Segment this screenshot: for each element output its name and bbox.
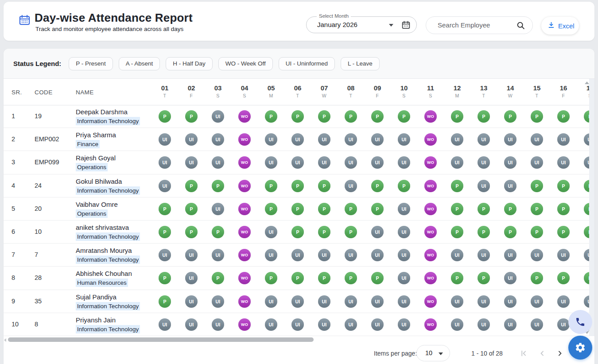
row-serial: 7 xyxy=(12,251,15,258)
status-badge: P xyxy=(212,180,224,192)
column-header-name: NAME xyxy=(76,89,94,96)
status-badge: P xyxy=(531,226,543,238)
status-badge: P xyxy=(371,110,384,123)
excel-export-button[interactable]: Excel xyxy=(541,17,579,35)
status-badge: WO xyxy=(424,318,437,331)
next-page-button[interactable] xyxy=(555,349,565,359)
status-badge: P xyxy=(584,203,589,215)
status-badge: P xyxy=(557,226,570,238)
page-range-label: 1 - 10 of 28 xyxy=(471,350,503,357)
employee-name: Priya Sharma xyxy=(76,131,116,139)
status-badge: UI xyxy=(371,318,384,331)
row-serial: 9 xyxy=(12,298,15,305)
day-number: 15 xyxy=(524,84,550,92)
previous-page-button[interactable] xyxy=(537,349,547,359)
first-page-icon xyxy=(519,349,528,358)
status-badge: UI xyxy=(371,226,384,238)
day-of-week: F xyxy=(178,93,205,98)
status-badge: UI xyxy=(265,318,277,331)
status-badge: UI xyxy=(371,249,384,261)
day-of-week: W xyxy=(311,93,338,98)
status-badge: P xyxy=(398,110,410,123)
status-badge: P xyxy=(185,226,198,238)
employee-department: Information Technology xyxy=(76,325,140,333)
status-badge: WO xyxy=(424,110,437,123)
scroll-left-icon[interactable] xyxy=(4,338,6,342)
status-badge: WO xyxy=(238,133,251,146)
row-serial: 5 xyxy=(12,205,15,212)
month-select-value: January 2026 xyxy=(317,21,357,28)
chevron-down-icon[interactable] xyxy=(389,24,393,27)
day-column-header: 07W xyxy=(311,79,338,98)
scroll-up-icon[interactable] xyxy=(585,81,589,84)
search-input[interactable] xyxy=(437,21,501,29)
status-badge: UI xyxy=(318,318,330,331)
status-badge: P xyxy=(345,226,357,238)
employee-department: Human Resources xyxy=(76,279,128,287)
day-of-week: T xyxy=(338,93,364,98)
status-badge: P xyxy=(478,203,490,215)
horizontal-scrollbar[interactable] xyxy=(8,337,314,342)
employee-name: Rajesh Goyal xyxy=(76,154,116,163)
status-badge: WO xyxy=(238,318,251,331)
status-badge: P xyxy=(318,203,330,215)
status-badge: UI xyxy=(451,249,463,261)
day-number: 11 xyxy=(417,84,444,92)
calendar-picker-icon[interactable] xyxy=(401,20,411,31)
legend-chip: P - Present xyxy=(69,57,113,70)
status-badge: WO xyxy=(424,156,437,169)
day-number: 16 xyxy=(550,84,577,92)
status-badge: WO xyxy=(238,272,251,284)
status-badge: UI xyxy=(504,133,516,146)
status-badge: UI xyxy=(291,318,304,331)
search-employee-field[interactable] xyxy=(426,16,533,34)
status-badge: UI xyxy=(212,110,224,123)
status-badge: P xyxy=(159,295,171,308)
row-serial: 8 xyxy=(12,274,15,281)
first-page-button[interactable] xyxy=(519,349,528,359)
status-badge: P xyxy=(371,272,384,284)
status-badge: WO xyxy=(238,110,251,123)
status-badge: UI xyxy=(478,133,490,146)
legend-chip: H - Half Day xyxy=(166,57,213,70)
items-per-page-select[interactable]: 10 xyxy=(416,345,450,361)
status-badge: WO xyxy=(424,295,437,308)
status-badge: P xyxy=(557,203,570,215)
settings-fab-button[interactable] xyxy=(568,336,592,360)
day-number: 10 xyxy=(391,84,417,92)
day-of-week: T xyxy=(151,93,178,98)
status-badge: UI xyxy=(371,295,384,308)
day-number: 03 xyxy=(205,84,231,92)
search-icon[interactable] xyxy=(516,21,525,32)
day-column-header: 14W xyxy=(497,79,524,98)
call-fab-button[interactable] xyxy=(568,310,592,334)
status-badge: UI xyxy=(531,133,543,146)
day-number: 17 xyxy=(577,84,589,92)
status-badge: P xyxy=(451,226,463,238)
month-select-field[interactable]: Select Month January 2026 xyxy=(306,16,417,33)
day-number: 14 xyxy=(497,84,524,92)
employee-code: 24 xyxy=(35,182,42,189)
status-badge: UI xyxy=(531,295,543,308)
employee-department: Operations xyxy=(76,209,108,218)
employee-code: 35 xyxy=(35,298,42,305)
status-badge: P xyxy=(345,203,357,215)
employee-department: Information Technology xyxy=(76,117,140,125)
status-badge: UI xyxy=(185,295,198,308)
employee-department: Operations xyxy=(76,163,108,171)
day-of-week: M xyxy=(258,93,284,98)
day-number: 02 xyxy=(178,84,205,92)
status-badge: UI xyxy=(557,156,570,169)
chevron-down-icon xyxy=(439,352,443,355)
status-badge: UI xyxy=(212,249,224,261)
table-row: 828Abhishek ChouhanHuman ResourcesPUIPWO… xyxy=(4,267,589,290)
status-badge: P xyxy=(345,110,357,123)
status-legend-bar: Status Legend: P - PresentA - AbsentH - … xyxy=(4,49,594,79)
status-badge: UI xyxy=(478,180,490,192)
day-of-week: S xyxy=(417,93,444,98)
status-badge: P xyxy=(291,272,304,284)
status-badge: UI xyxy=(531,249,543,261)
status-badge: UI xyxy=(185,133,198,146)
employee-code: 10 xyxy=(35,228,42,235)
day-number: 13 xyxy=(470,84,497,92)
